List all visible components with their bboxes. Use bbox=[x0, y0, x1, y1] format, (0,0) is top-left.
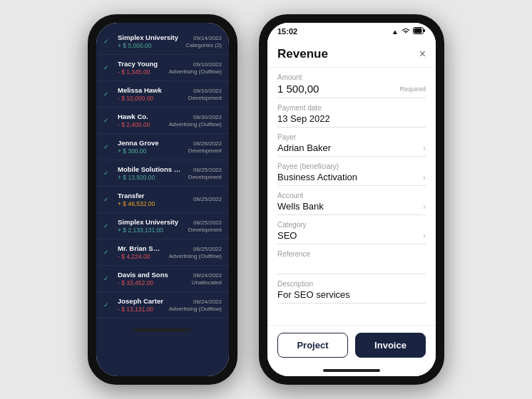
tx-name: Joseph Carter bbox=[118, 297, 165, 305]
reference-field: Reference bbox=[277, 244, 426, 274]
check-icon: ✓ bbox=[103, 64, 113, 71]
amount-field: Amount 1 500,00 Required bbox=[277, 68, 426, 98]
list-item[interactable]: ✓ Melissa Hawk - $ 10,000.00 09/10/2022 … bbox=[96, 81, 229, 108]
scene: ✓ Simplex University + $ 5,000.00 09/14/… bbox=[0, 0, 532, 399]
amount-value[interactable]: 1 500,00 bbox=[277, 83, 319, 95]
tx-amount: - $ 4,224.00 bbox=[118, 253, 165, 260]
tx-category: Development bbox=[188, 95, 222, 101]
payee-row: Business Activation › bbox=[277, 172, 426, 182]
account-chevron-icon[interactable]: › bbox=[423, 202, 426, 212]
home-indicator-right bbox=[267, 365, 436, 376]
list-item[interactable]: ✓ Davis and Sons - $ 33,452.00 08/24/202… bbox=[96, 266, 229, 292]
tx-category: Development bbox=[188, 147, 222, 154]
project-button[interactable]: Project bbox=[277, 333, 348, 358]
tx-date: 09/10/2022 bbox=[188, 88, 222, 94]
list-item[interactable]: ✓ Simplex University + $ 5,000.00 09/14/… bbox=[96, 28, 229, 55]
tx-amount: + $ 300.00 bbox=[118, 147, 184, 155]
payer-value[interactable]: Adrian Baker bbox=[277, 142, 331, 153]
check-icon: ✓ bbox=[103, 249, 113, 256]
tx-date: 08/24/2022 bbox=[169, 299, 222, 305]
list-item[interactable]: ✓ Simplex University + $ 2,133,131.00 08… bbox=[96, 213, 229, 239]
list-item[interactable]: ✓ Hawk Co. - $ 2,400.00 08/30/2022 Adver… bbox=[96, 108, 229, 134]
amount-row: 1 500,00 Required bbox=[277, 83, 426, 95]
payee-field: Payee (beneficiary) Business Activation … bbox=[277, 157, 426, 186]
list-item[interactable]: ✓ Transfer + $ 46,532.00 08/25/2022 bbox=[96, 187, 229, 213]
home-bar-left bbox=[134, 328, 191, 331]
category-row: SEO › bbox=[277, 230, 426, 241]
tx-date: 08/25/2022 bbox=[193, 196, 222, 202]
tx-right: 08/30/2022 Advertising (Outflow) bbox=[169, 114, 222, 128]
tx-right: 08/25/2022 Development bbox=[188, 219, 222, 233]
tx-content: Transfer + $ 46,532.00 bbox=[118, 192, 189, 207]
svg-rect-2 bbox=[424, 29, 425, 32]
form-footer: Project Invoice bbox=[267, 325, 436, 365]
tx-amount: + $ 5,000.00 bbox=[118, 42, 181, 49]
account-row: Wells Bank › bbox=[277, 201, 426, 212]
close-button[interactable]: × bbox=[419, 48, 426, 61]
tx-date: 08/25/2022 bbox=[169, 246, 222, 252]
tx-right: 08/26/2022 Development bbox=[188, 140, 222, 154]
home-bar-right bbox=[323, 369, 380, 372]
tx-amount: - $ 10,000.00 bbox=[118, 95, 184, 102]
tx-date: 09/14/2022 bbox=[185, 35, 222, 41]
category-value[interactable]: SEO bbox=[277, 230, 297, 241]
tx-content: Melissa Hawk - $ 10,000.00 bbox=[118, 86, 184, 102]
payee-chevron-icon[interactable]: › bbox=[423, 172, 426, 182]
revenue-form: Revenue × Amount 1 500,00 Required bbox=[267, 38, 436, 325]
check-icon: ✓ bbox=[103, 196, 113, 203]
tx-right: 08/25/2022 bbox=[193, 196, 222, 203]
tx-category: Advertising (Outflow) bbox=[169, 121, 222, 128]
list-item[interactable]: ✓ Tracy Young - $ 1,345.00 09/10/2022 Ad… bbox=[96, 55, 229, 81]
tx-date: 08/30/2022 bbox=[169, 114, 222, 120]
tx-date: 08/25/2022 bbox=[188, 167, 222, 173]
tx-right: 08/24/2022 Unallocated bbox=[192, 272, 222, 286]
tx-name: Mr. Brian Smith bbox=[118, 244, 165, 252]
account-value[interactable]: Wells Bank bbox=[277, 201, 324, 212]
tx-content: Tracy Young - $ 1,345.00 bbox=[118, 60, 165, 76]
invoice-button[interactable]: Invoice bbox=[355, 333, 426, 358]
wifi-icon bbox=[401, 27, 410, 36]
description-field: Description For SEO services bbox=[277, 274, 426, 304]
tx-name: Tracy Young bbox=[118, 60, 165, 68]
category-chevron-icon[interactable]: › bbox=[423, 231, 426, 241]
left-phone: ✓ Simplex University + $ 5,000.00 09/14/… bbox=[88, 14, 237, 385]
left-phone-screen: ✓ Simplex University + $ 5,000.00 09/14/… bbox=[96, 23, 229, 376]
tx-amount: - $ 1,345.00 bbox=[118, 68, 165, 76]
status-time: 15:02 bbox=[277, 27, 297, 36]
status-icons: ▲ bbox=[392, 27, 426, 36]
tx-content: Davis and Sons - $ 33,452.00 bbox=[118, 271, 188, 286]
payment-date-field: Payment date 13 Sep 2022 bbox=[277, 98, 426, 128]
tx-category: Advertising (Outflow) bbox=[169, 253, 222, 259]
tx-right: 08/25/2022 Development bbox=[188, 167, 222, 180]
payment-date-value[interactable]: 13 Sep 2022 bbox=[277, 113, 426, 124]
list-item[interactable]: ✓ Jenna Grove + $ 300.00 08/26/2022 Deve… bbox=[96, 134, 229, 160]
battery-icon bbox=[413, 27, 426, 36]
tx-amount: - $ 13,131.00 bbox=[118, 306, 165, 313]
list-item[interactable]: ✓ Mobile Solutions Ltd. + $ 13,920.00 08… bbox=[96, 160, 229, 187]
tx-amount: - $ 33,452.00 bbox=[118, 279, 188, 286]
tx-content: Joseph Carter - $ 13,131.00 bbox=[118, 297, 165, 313]
status-bar: 15:02 ▲ bbox=[267, 23, 436, 38]
right-phone-screen: 15:02 ▲ bbox=[267, 23, 436, 376]
check-icon: ✓ bbox=[103, 38, 113, 45]
payee-label: Payee (beneficiary) bbox=[277, 162, 426, 170]
tx-date: 08/26/2022 bbox=[188, 140, 222, 147]
list-item[interactable]: ✓ Joseph Carter - $ 13,131.00 08/24/2022… bbox=[96, 292, 229, 318]
reference-label: Reference bbox=[277, 250, 426, 258]
payer-row: Adrian Baker › bbox=[277, 142, 426, 153]
tx-right: 08/25/2022 Advertising (Outflow) bbox=[169, 246, 222, 259]
payee-value[interactable]: Business Activation bbox=[277, 172, 357, 182]
payer-field: Payer Adrian Baker › bbox=[277, 128, 426, 157]
reference-value[interactable] bbox=[277, 259, 426, 271]
tx-name: Davis and Sons bbox=[118, 271, 188, 279]
list-item[interactable]: ✓ Mr. Brian Smith - $ 4,224.00 08/25/202… bbox=[96, 239, 229, 266]
category-label: Category bbox=[277, 221, 426, 229]
tx-right: 09/14/2022 Categories (2) bbox=[185, 35, 222, 48]
tx-right: 09/10/2022 Advertising (Outflow) bbox=[169, 61, 222, 75]
tx-name: Simplex University bbox=[118, 218, 184, 226]
tx-right: 09/10/2022 Development bbox=[188, 88, 222, 101]
description-value[interactable]: For SEO services bbox=[277, 289, 426, 300]
tx-category: Unallocated bbox=[192, 279, 222, 286]
payer-chevron-icon[interactable]: › bbox=[423, 143, 426, 153]
tx-amount: + $ 2,133,131.00 bbox=[118, 227, 184, 234]
